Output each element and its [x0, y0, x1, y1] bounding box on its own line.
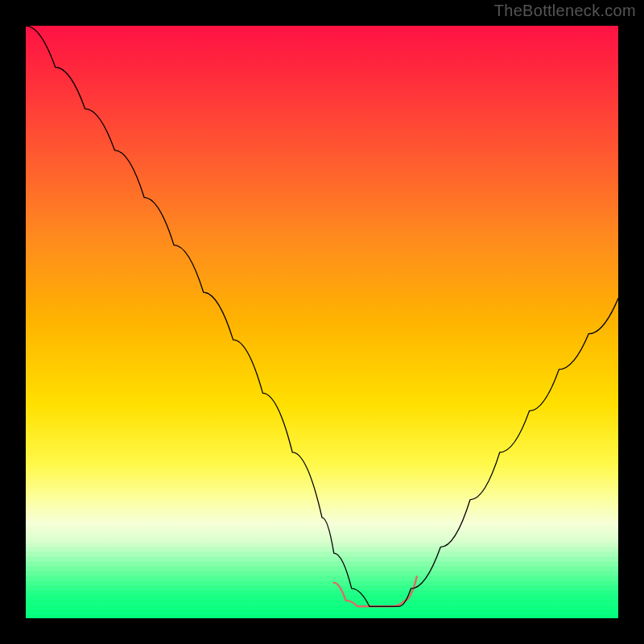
plot-area [26, 26, 618, 618]
watermark-text: TheBottleneck.com [494, 2, 636, 20]
curve-layer [26, 26, 618, 618]
chart-frame: TheBottleneck.com [0, 0, 644, 644]
bottleneck-curve-path [26, 26, 618, 606]
